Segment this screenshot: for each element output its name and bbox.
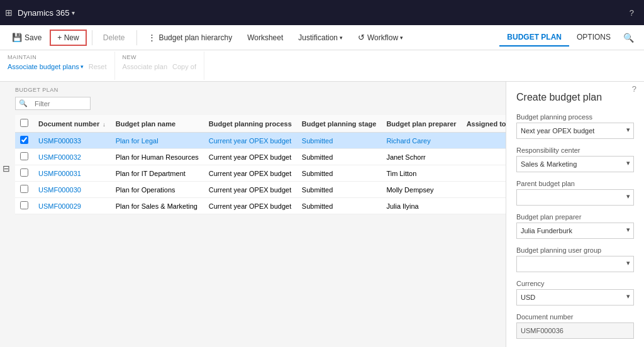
currency-group: Currency USD EUR GBP xyxy=(516,280,634,306)
col-process[interactable]: Budget planning process xyxy=(204,115,297,133)
stage-cell: Submitted xyxy=(297,182,382,198)
assigned-cell xyxy=(462,165,506,182)
budget-plan-hierarchy-button[interactable]: ⋮ Budget plan hierarchy xyxy=(141,30,239,45)
tab-options[interactable]: OPTIONS xyxy=(569,29,618,47)
doc-number-link[interactable]: USMF000033 xyxy=(38,137,81,145)
row-checkbox-cell xyxy=(15,149,33,165)
doc-number-link[interactable]: USMF000030 xyxy=(38,186,81,194)
new-links: Associate plan Copy of xyxy=(123,63,196,70)
preparer-value: Janet Schorr xyxy=(386,153,425,161)
question-icon[interactable]: ? xyxy=(630,8,634,18)
plan-name-value[interactable]: Plan for Legal xyxy=(116,137,158,145)
maintain-group: MAINTAIN Associate budget plans ▾ Reset xyxy=(8,52,115,80)
col-stage[interactable]: Budget planning stage xyxy=(297,115,382,133)
col-plan-name[interactable]: Budget plan name xyxy=(111,115,204,133)
justification-button[interactable]: Justification ▾ xyxy=(291,30,350,45)
currency-label: Currency xyxy=(516,280,634,287)
budget-planning-process-group: Budget planning process Next year OPEX b… xyxy=(516,113,634,139)
process-value: Current year OPEX budget xyxy=(209,153,291,161)
preparer-cell: Tim Litton xyxy=(381,165,461,182)
row-checkbox-cell xyxy=(15,198,33,214)
assigned-cell xyxy=(462,182,506,198)
stage-cell: Submitted xyxy=(297,198,382,214)
worksheet-button[interactable]: Worksheet xyxy=(240,30,290,45)
doc-number-link[interactable]: USMF000029 xyxy=(38,202,81,210)
sort-icon: ↓ xyxy=(103,121,106,128)
process-value: Current year OPEX budget xyxy=(209,202,291,210)
workflow-button[interactable]: ↺ Workflow ▾ xyxy=(351,30,410,45)
budget-plan-preparer-group: Budget plan preparer Julia Funderburk Ri… xyxy=(516,213,634,239)
budget-planning-process-select[interactable]: Next year OPEX budget Current year OPEX … xyxy=(516,123,634,139)
document-number-label: Document number xyxy=(516,313,634,321)
save-button[interactable]: 💾 Save xyxy=(5,30,48,45)
row-checkbox[interactable] xyxy=(20,168,28,177)
stage-value: Submitted xyxy=(302,137,333,145)
row-checkbox-cell xyxy=(15,165,33,182)
doc-number-cell: USMF000033 xyxy=(33,133,111,149)
budget-plan-preparer-select[interactable]: Julia Funderburk Richard Carey Janet Sch… xyxy=(516,223,634,239)
budget-planning-user-group-select[interactable] xyxy=(516,256,634,272)
budget-planning-user-group-group: Budget planning user group xyxy=(516,246,634,272)
doc-number-link[interactable]: USMF000032 xyxy=(38,153,81,161)
preparer-cell: Richard Carey xyxy=(381,133,461,149)
search-button[interactable]: 🔍 xyxy=(618,30,639,45)
new-button[interactable]: + New xyxy=(50,30,86,46)
plan-name-value: Plan for Sales & Marketing xyxy=(116,202,197,210)
process-value: Current year OPEX budget xyxy=(209,137,291,145)
row-checkbox[interactable] xyxy=(20,152,28,160)
chevron-down-icon[interactable]: ▾ xyxy=(72,9,75,16)
preparer-cell: Julia Ilyina xyxy=(381,198,461,214)
doc-number-cell: USMF000032 xyxy=(33,149,111,165)
new-group: NEW Associate plan Copy of xyxy=(123,52,204,80)
delete-button[interactable]: Delete xyxy=(96,30,132,45)
responsibility-center-select-wrap: Sales & Marketing Legal Human Resources … xyxy=(516,156,634,172)
associate-plan-link: Associate plan xyxy=(123,63,168,70)
doc-number-cell: USMF000031 xyxy=(33,165,111,182)
workflow-icon: ↺ xyxy=(358,33,365,42)
right-panel: ? Create budget plan Budget planning pro… xyxy=(506,82,644,347)
associate-budget-plans-link[interactable]: Associate budget plans ▾ xyxy=(8,63,84,70)
preparer-cell: Molly Dempsey xyxy=(381,182,461,198)
budget-planning-process-label: Budget planning process xyxy=(516,113,634,121)
reset-link: Reset xyxy=(89,63,107,70)
col-doc-number[interactable]: Document number ↓ xyxy=(33,115,111,133)
hierarchy-icon: ⋮ xyxy=(148,33,156,42)
assigned-cell xyxy=(462,198,506,214)
copy-of-link: Copy of xyxy=(172,63,196,70)
separator2 xyxy=(136,30,137,45)
process-cell: Current year OPEX budget xyxy=(204,182,297,198)
row-checkbox[interactable] xyxy=(20,201,28,209)
filter-bar-icon[interactable]: ⊟ xyxy=(3,163,10,174)
doc-number-cell: USMF000029 xyxy=(33,198,111,214)
save-icon: 💾 xyxy=(12,33,22,42)
document-number-input[interactable] xyxy=(516,322,634,339)
stage-cell: Submitted xyxy=(297,149,382,165)
parent-budget-plan-select[interactable] xyxy=(516,189,634,206)
responsibility-center-select[interactable]: Sales & Marketing Legal Human Resources … xyxy=(516,156,634,172)
row-checkbox-cell xyxy=(15,182,33,198)
filter-input[interactable] xyxy=(31,98,90,109)
table-row: USMF000031 Plan for IT Department Curren… xyxy=(15,165,506,182)
tab-budget-plan[interactable]: BUDGET PLAN xyxy=(499,29,569,47)
left-panel: ⊟ BUDGET PLAN 🔍 Document number ↓ Budget… xyxy=(0,82,506,347)
row-checkbox-cell xyxy=(15,133,33,149)
preparer-value[interactable]: Richard Carey xyxy=(386,137,430,145)
col-assigned[interactable]: Assigned to xyxy=(462,115,506,133)
table-body: USMF000033 Plan for Legal Current year O… xyxy=(15,133,506,214)
select-all-checkbox[interactable] xyxy=(20,119,28,127)
help-icon[interactable]: ? xyxy=(632,84,636,94)
grid-icon[interactable]: ⊞ xyxy=(5,8,13,18)
stage-value: Submitted xyxy=(302,202,333,210)
currency-select[interactable]: USD EUR GBP xyxy=(516,289,634,306)
plan-name-cell: Plan for Legal xyxy=(111,133,204,149)
app-name: Dynamics 365 xyxy=(18,8,69,18)
row-checkbox[interactable] xyxy=(20,136,28,144)
budget-plan-table: Document number ↓ Budget plan name Budge… xyxy=(15,115,506,214)
budget-planning-user-group-select-wrap xyxy=(516,256,634,272)
col-preparer[interactable]: Budget plan preparer xyxy=(381,115,461,133)
row-checkbox[interactable] xyxy=(20,185,28,193)
preparer-cell: Janet Schorr xyxy=(381,149,461,165)
associate-chevron: ▾ xyxy=(80,63,84,70)
doc-number-link[interactable]: USMF000031 xyxy=(38,170,81,177)
responsibility-center-group: Responsibility center Sales & Marketing … xyxy=(516,146,634,172)
